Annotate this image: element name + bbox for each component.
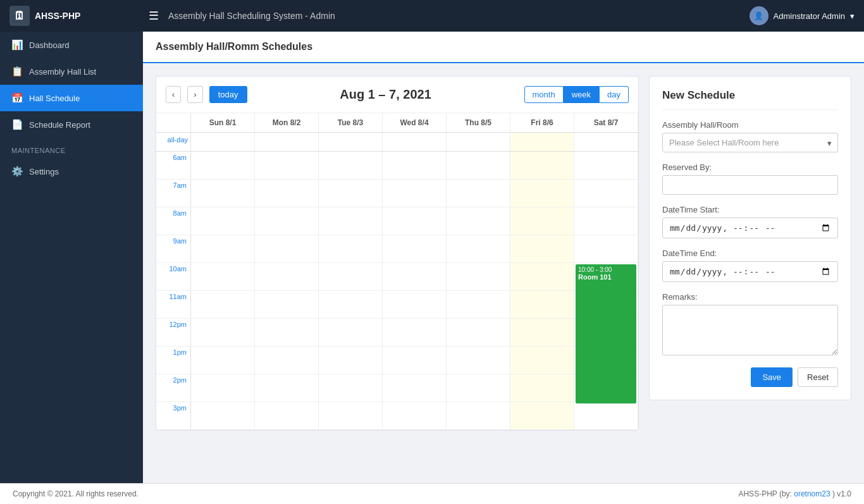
cal-cell-1pm-d3[interactable] bbox=[383, 347, 447, 374]
cal-cell-7am-d3[interactable] bbox=[383, 180, 447, 207]
cal-cell-10am-d1[interactable] bbox=[255, 263, 319, 290]
sidebar-item-schedule-report[interactable]: 📄 Schedule Report bbox=[0, 111, 143, 138]
cal-cell-8am-d1[interactable] bbox=[255, 207, 319, 235]
hall-room-select[interactable]: Please Select Hall/Room here bbox=[662, 133, 838, 152]
cal-cell-6am-d3[interactable] bbox=[383, 152, 447, 179]
cal-cell-9am-d0[interactable] bbox=[191, 235, 255, 262]
cal-cell-6am-d2[interactable] bbox=[319, 152, 383, 179]
calendar-icon: 📅 bbox=[11, 92, 23, 104]
cal-cell-10am-d4[interactable] bbox=[447, 263, 510, 290]
datetime-start-input[interactable] bbox=[662, 218, 838, 238]
cal-cell-11am-d2[interactable] bbox=[319, 291, 383, 318]
cal-cell-6am-d4[interactable] bbox=[447, 152, 510, 179]
allday-thu[interactable] bbox=[447, 133, 510, 151]
sidebar-item-hall-schedule[interactable]: 📅 Hall Schedule bbox=[0, 85, 143, 111]
month-view-button[interactable]: month bbox=[524, 86, 564, 103]
cal-cell-3pm-d0[interactable] bbox=[191, 402, 255, 429]
cal-cell-10am-d0[interactable] bbox=[191, 263, 255, 290]
cal-cell-10am-d6[interactable]: 10:00 - 3:00Room 101 bbox=[574, 263, 638, 290]
allday-sat[interactable] bbox=[574, 133, 638, 151]
reserved-by-input[interactable] bbox=[662, 175, 838, 195]
cal-cell-11am-d3[interactable] bbox=[383, 291, 447, 318]
cal-cell-9am-d6[interactable] bbox=[574, 235, 638, 262]
cal-cell-6am-d5[interactable] bbox=[510, 152, 574, 179]
cal-cell-8am-d3[interactable] bbox=[383, 207, 447, 235]
save-button[interactable]: Save bbox=[751, 367, 793, 387]
time-rows-container: 6am7am8am9am10am10:00 - 3:00Room 10111am… bbox=[156, 152, 638, 430]
cal-cell-12pm-d0[interactable] bbox=[191, 319, 255, 346]
cal-cell-11am-d1[interactable] bbox=[255, 291, 319, 318]
sidebar-item-dashboard[interactable]: 📊 Dashboard bbox=[0, 32, 143, 58]
cal-cell-2pm-d3[interactable] bbox=[383, 374, 447, 402]
day-view-button[interactable]: day bbox=[599, 86, 629, 103]
cal-cell-7am-d0[interactable] bbox=[191, 180, 255, 207]
cal-cell-12pm-d4[interactable] bbox=[447, 319, 510, 346]
next-button[interactable]: › bbox=[187, 86, 202, 103]
allday-fri[interactable] bbox=[510, 133, 574, 151]
cal-cell-2pm-d2[interactable] bbox=[319, 374, 383, 402]
time-row-10am: 10am10:00 - 3:00Room 101 bbox=[156, 263, 638, 291]
remarks-textarea[interactable] bbox=[662, 305, 838, 355]
cal-cell-3pm-d2[interactable] bbox=[319, 402, 383, 429]
cal-cell-12pm-d1[interactable] bbox=[255, 319, 319, 346]
cal-cell-8am-d4[interactable] bbox=[447, 207, 510, 235]
allday-wed[interactable] bbox=[383, 133, 447, 151]
cal-cell-6am-d0[interactable] bbox=[191, 152, 255, 179]
cal-cell-2pm-d4[interactable] bbox=[447, 374, 510, 402]
event-block[interactable]: 10:00 - 3:00Room 101 bbox=[576, 264, 636, 403]
cal-cell-8am-d2[interactable] bbox=[319, 207, 383, 235]
sidebar-item-assembly-hall-list[interactable]: 📋 Assembly Hall List bbox=[0, 58, 143, 85]
cal-cell-9am-d3[interactable] bbox=[383, 235, 447, 262]
cal-cell-9am-d4[interactable] bbox=[447, 235, 510, 262]
cal-cell-2pm-d0[interactable] bbox=[191, 374, 255, 402]
cal-cell-12pm-d3[interactable] bbox=[383, 319, 447, 346]
cal-cell-3pm-d1[interactable] bbox=[255, 402, 319, 429]
cal-cell-6am-d1[interactable] bbox=[255, 152, 319, 179]
cal-cell-8am-d6[interactable] bbox=[574, 207, 638, 235]
cal-cell-11am-d5[interactable] bbox=[510, 291, 574, 318]
cal-cell-9am-d1[interactable] bbox=[255, 235, 319, 262]
reset-button[interactable]: Reset bbox=[798, 367, 838, 387]
cal-cell-11am-d0[interactable] bbox=[191, 291, 255, 318]
footer-author-link[interactable]: oretnom23 bbox=[794, 489, 830, 498]
cal-cell-3pm-d6[interactable] bbox=[574, 402, 638, 429]
cal-cell-10am-d3[interactable] bbox=[383, 263, 447, 290]
cal-cell-12pm-d2[interactable] bbox=[319, 319, 383, 346]
cal-cell-1pm-d1[interactable] bbox=[255, 347, 319, 374]
cal-cell-1pm-d5[interactable] bbox=[510, 347, 574, 374]
cal-cell-7am-d6[interactable] bbox=[574, 180, 638, 207]
cal-cell-10am-d5[interactable] bbox=[510, 263, 574, 290]
cal-cell-9am-d2[interactable] bbox=[319, 235, 383, 262]
datetime-end-input[interactable] bbox=[662, 261, 838, 282]
view-switcher: month week day bbox=[524, 86, 629, 103]
cal-cell-7am-d4[interactable] bbox=[447, 180, 510, 207]
week-view-button[interactable]: week bbox=[564, 86, 599, 103]
cal-cell-2pm-d5[interactable] bbox=[510, 374, 574, 402]
cal-cell-1pm-d4[interactable] bbox=[447, 347, 510, 374]
cal-cell-7am-d2[interactable] bbox=[319, 180, 383, 207]
sidebar-toggle-button[interactable]: ☰ bbox=[149, 9, 159, 23]
time-row-11am: 11am bbox=[156, 291, 638, 319]
cal-cell-7am-d1[interactable] bbox=[255, 180, 319, 207]
cal-cell-1pm-d2[interactable] bbox=[319, 347, 383, 374]
user-menu[interactable]: 👤 Adminstrator Admin ▾ bbox=[750, 6, 855, 25]
cal-cell-3pm-d3[interactable] bbox=[383, 402, 447, 429]
cal-cell-1pm-d0[interactable] bbox=[191, 347, 255, 374]
allday-mon[interactable] bbox=[255, 133, 319, 151]
cal-cell-3pm-d4[interactable] bbox=[447, 402, 510, 429]
allday-tue[interactable] bbox=[319, 133, 383, 151]
cal-cell-9am-d5[interactable] bbox=[510, 235, 574, 262]
cal-cell-3pm-d5[interactable] bbox=[510, 402, 574, 429]
today-button[interactable]: today bbox=[209, 86, 247, 103]
cal-cell-10am-d2[interactable] bbox=[319, 263, 383, 290]
cal-cell-8am-d5[interactable] bbox=[510, 207, 574, 235]
cal-cell-6am-d6[interactable] bbox=[574, 152, 638, 179]
cal-cell-11am-d4[interactable] bbox=[447, 291, 510, 318]
allday-sun[interactable] bbox=[191, 133, 255, 151]
sidebar-item-settings[interactable]: ⚙️ Settings bbox=[0, 158, 143, 185]
prev-button[interactable]: ‹ bbox=[166, 86, 181, 103]
cal-cell-2pm-d1[interactable] bbox=[255, 374, 319, 402]
cal-cell-8am-d0[interactable] bbox=[191, 207, 255, 235]
cal-cell-7am-d5[interactable] bbox=[510, 180, 574, 207]
cal-cell-12pm-d5[interactable] bbox=[510, 319, 574, 346]
